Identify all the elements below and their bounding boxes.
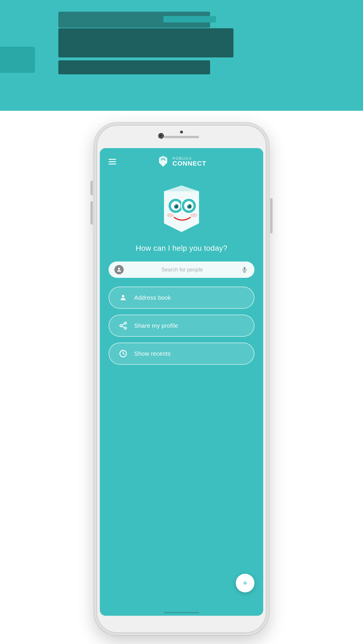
svg-rect-16 <box>244 267 245 270</box>
banner-highlight <box>163 16 216 22</box>
hamburger-line-3 <box>109 164 116 164</box>
share-profile-button[interactable]: Share my profile <box>109 315 254 337</box>
address-book-label: Address book <box>134 294 171 301</box>
svg-point-15 <box>118 268 120 270</box>
logo: POBUCA CONNECT <box>157 155 206 168</box>
banner-side-block <box>0 47 35 73</box>
hamburger-menu-button[interactable] <box>109 159 116 164</box>
phone-volume-down <box>90 201 93 224</box>
phone-container: POBUCA CONNECT <box>94 122 269 636</box>
phone-camera-dot <box>180 131 183 134</box>
microphone-icon[interactable] <box>240 266 249 274</box>
search-placeholder[interactable]: Search for people <box>127 267 237 273</box>
action-buttons: Address book Share my profile <box>100 287 263 365</box>
tagline: How can I help you today? <box>100 241 263 262</box>
svg-point-19 <box>122 295 125 298</box>
banner-bar-2 <box>58 28 233 57</box>
logo-icon <box>157 155 170 168</box>
show-recents-label: Show recents <box>134 350 171 357</box>
svg-line-24 <box>122 324 125 325</box>
show-recents-button[interactable]: Show recents <box>109 343 254 365</box>
share-profile-label: Share my profile <box>134 322 178 329</box>
logo-brand: POBUCA <box>172 157 206 160</box>
phone-screen: POBUCA CONNECT <box>100 148 263 616</box>
svg-point-9 <box>189 206 191 208</box>
app-header: POBUCA CONNECT <box>100 148 263 174</box>
fab-add-button[interactable]: + <box>236 574 254 592</box>
svg-point-13 <box>190 213 197 217</box>
svg-point-21 <box>120 324 122 327</box>
svg-point-11 <box>187 204 189 206</box>
hamburger-line-2 <box>109 161 116 162</box>
logo-title: CONNECT <box>172 160 206 167</box>
phone-volume-up <box>90 181 93 195</box>
recents-icon <box>118 348 128 359</box>
top-banner <box>0 0 363 111</box>
svg-point-12 <box>167 213 174 217</box>
mascot-container <box>100 174 263 241</box>
phone-front-camera <box>158 133 164 139</box>
svg-line-23 <box>122 326 125 328</box>
fab-icon: + <box>242 578 248 588</box>
svg-point-8 <box>175 206 178 208</box>
banner-content <box>58 12 363 74</box>
address-book-icon <box>118 292 128 303</box>
address-book-button[interactable]: Address book <box>109 287 254 309</box>
share-icon <box>118 320 128 331</box>
home-indicator <box>164 612 199 613</box>
svg-point-14 <box>181 213 184 214</box>
banner-sub-bar <box>58 60 210 74</box>
phone-speaker <box>164 136 199 138</box>
svg-point-22 <box>124 327 127 329</box>
search-bar[interactable]: Search for people <box>109 262 254 278</box>
svg-point-10 <box>174 204 175 206</box>
svg-point-20 <box>124 322 127 324</box>
mascot-image <box>155 183 208 235</box>
hamburger-line-1 <box>109 159 116 160</box>
phone-power-button <box>270 198 273 233</box>
logo-text: POBUCA CONNECT <box>172 157 206 167</box>
phone-frame: POBUCA CONNECT <box>94 122 269 636</box>
svg-marker-1 <box>164 185 199 191</box>
search-person-icon <box>114 265 124 274</box>
